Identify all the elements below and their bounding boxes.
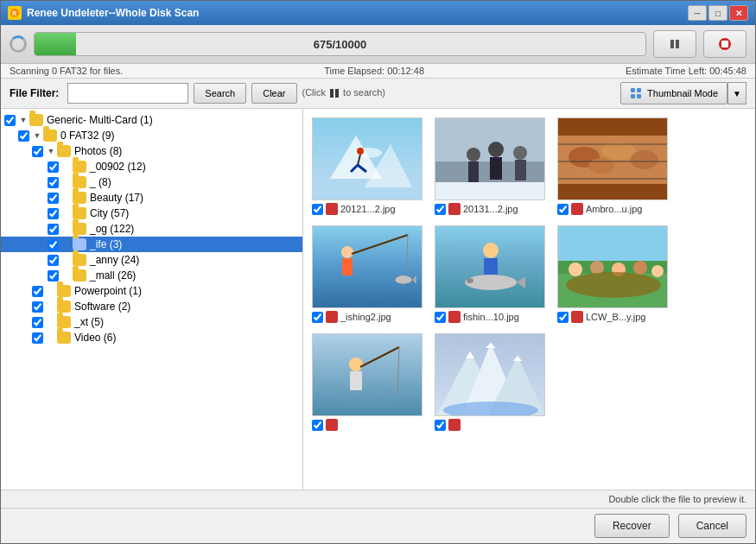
thumb-item-7[interactable]	[312, 333, 424, 431]
thumbnail-mode-label: Thumbnail Mode	[647, 88, 718, 98]
tree-checkbox-video[interactable]	[32, 332, 43, 344]
tree-checkbox-og[interactable]	[48, 224, 59, 235]
svg-rect-23	[468, 161, 479, 182]
thumb-check-5[interactable]	[435, 312, 446, 323]
thumb-check-3[interactable]	[557, 204, 569, 215]
tree-checkbox-ife[interactable]	[48, 239, 59, 250]
tree-checkbox-00902[interactable]	[48, 161, 59, 173]
tree-item-software[interactable]: ▶ Software (2)	[1, 299, 302, 314]
tree-checkbox-xt[interactable]	[32, 317, 43, 328]
stop-button[interactable]	[703, 30, 746, 58]
thumb-name-2: 20131...2.jpg	[463, 204, 518, 214]
folder-icon-software	[57, 300, 71, 313]
filter-input[interactable]	[67, 83, 188, 104]
thumb-check-1[interactable]	[312, 204, 323, 215]
thumb-item-8[interactable]	[435, 333, 547, 431]
tree-checkbox-mall[interactable]	[48, 270, 59, 281]
tree-item-city[interactable]: ▶ City (57)	[1, 206, 302, 221]
tree-label-city: City (57)	[90, 207, 129, 219]
thumb-image-2[interactable]	[435, 117, 545, 200]
folder-icon-fat32	[43, 130, 57, 142]
thumb-item-6[interactable]: LCW_B...y.jpg	[557, 225, 670, 323]
svg-point-34	[588, 158, 614, 174]
recover-button[interactable]: Recover	[594, 514, 670, 538]
tree-checkbox-anny[interactable]	[48, 255, 59, 266]
svg-point-24	[488, 142, 504, 157]
tree-checkbox-city[interactable]	[48, 208, 59, 219]
thumb-name-5: fishin...10.jpg	[463, 312, 519, 322]
folder-icon-xt	[57, 316, 71, 328]
tree-checkbox-beauty[interactable]	[48, 193, 59, 204]
tree-item-xt[interactable]: ▶ _xt (5)	[1, 314, 302, 330]
tree-item-ife[interactable]: ▶ _ife (3)	[1, 237, 302, 252]
svg-rect-21	[435, 118, 545, 161]
svg-point-16	[357, 148, 364, 155]
thumb-item-2[interactable]: 20131...2.jpg	[435, 117, 547, 215]
tree-checkbox-powerpoint[interactable]	[32, 286, 43, 297]
minimize-button[interactable]: ─	[688, 5, 707, 21]
thumb-item-1[interactable]: 20121...2.jpg	[312, 117, 424, 215]
svg-rect-9	[637, 88, 641, 92]
tree-checkbox-fat32[interactable]	[18, 130, 29, 142]
svg-rect-40	[342, 258, 353, 275]
tree-item-powerpoint[interactable]: ▶ Powerpoint (1)	[1, 283, 302, 299]
svg-point-55	[569, 263, 582, 276]
tree-label-og: _og (122)	[90, 223, 134, 235]
pause-button[interactable]	[653, 30, 696, 58]
thumb-item-5[interactable]: fishin...10.jpg	[435, 225, 547, 323]
thumb-item-3[interactable]: Ambro...u.jpg	[557, 117, 670, 215]
file-type-icon-8	[448, 419, 461, 431]
thumb-check-7[interactable]	[312, 420, 323, 431]
thumb-image-6[interactable]	[557, 225, 668, 308]
tree-item-anny[interactable]: ▶ _anny (24)	[1, 252, 302, 268]
tree-checkbox-underscore[interactable]	[48, 177, 59, 188]
file-tree[interactable]: ▼ Generic- Multi-Card (1) ▼ 0 FAT32 (9) …	[1, 109, 303, 490]
svg-rect-28	[435, 182, 545, 200]
tree-label-software: Software (2)	[74, 300, 130, 313]
thumb-item-4[interactable]: _ishing2.jpg	[312, 225, 424, 323]
tree-item-og[interactable]: ▶ _og (122)	[1, 221, 302, 237]
tree-checkbox-photos[interactable]	[32, 146, 43, 157]
title-bar: R Renee Undeleter--Whole Disk Scan ─ □ ✕	[1, 1, 755, 25]
thumb-check-8[interactable]	[435, 420, 446, 431]
thumb-check-4[interactable]	[312, 312, 323, 323]
tree-checkbox-software[interactable]	[32, 301, 43, 313]
tree-item-underscore[interactable]: ▶ _ (8)	[1, 174, 302, 190]
thumb-image-5[interactable]	[435, 225, 545, 308]
thumb-image-3[interactable]	[557, 117, 668, 200]
tree-item-00902[interactable]: ▶ _00902 (12)	[1, 159, 302, 174]
tree-expand-photos[interactable]: ▼	[45, 145, 57, 157]
thumb-image-4[interactable]	[312, 225, 422, 308]
thumbnail-mode-button[interactable]: Thumbnail Mode	[620, 82, 727, 104]
svg-point-49	[465, 275, 517, 290]
svg-point-26	[513, 146, 527, 160]
main-window: R Renee Undeleter--Whole Disk Scan ─ □ ✕…	[0, 0, 756, 544]
cancel-button[interactable]: Cancel	[678, 514, 746, 538]
tree-item-beauty[interactable]: ▶ Beauty (17)	[1, 190, 302, 206]
thumb-name-6: LCW_B...y.jpg	[586, 312, 646, 322]
progress-text: 675/10000	[314, 38, 366, 51]
folder-icon-og	[73, 223, 86, 235]
tree-checkbox-generic[interactable]	[4, 115, 16, 126]
thumb-image-1[interactable]	[312, 117, 422, 200]
thumb-check-2[interactable]	[435, 204, 446, 215]
thumbnail-dropdown-button[interactable]: ▼	[727, 82, 746, 104]
folder-icon-ife	[73, 238, 86, 250]
tree-item-video[interactable]: ▶ Video (6)	[1, 330, 302, 345]
maximize-button[interactable]: □	[708, 5, 727, 21]
tree-expand-generic[interactable]: ▼	[17, 114, 29, 126]
thumb-image-7[interactable]	[312, 333, 422, 416]
tree-item-mall[interactable]: ▶ _mall (26)	[1, 268, 302, 283]
tree-item-photos[interactable]: ▼ Photos (8)	[1, 143, 302, 159]
window-controls: ─ □ ✕	[688, 5, 748, 21]
thumb-check-6[interactable]	[557, 312, 569, 323]
search-button[interactable]: Search	[194, 83, 246, 104]
tree-label-underscore: _ (8)	[90, 176, 111, 188]
tree-expand-fat32[interactable]: ▼	[31, 130, 43, 142]
thumbnail-panel[interactable]: 20121...2.jpg	[303, 109, 755, 490]
clear-button[interactable]: Clear	[251, 83, 296, 104]
tree-item-fat32[interactable]: ▼ 0 FAT32 (9)	[1, 128, 302, 143]
thumb-image-8[interactable]	[435, 333, 545, 416]
close-button[interactable]: ✕	[729, 5, 748, 21]
tree-label-photos: Photos (8)	[74, 145, 122, 157]
